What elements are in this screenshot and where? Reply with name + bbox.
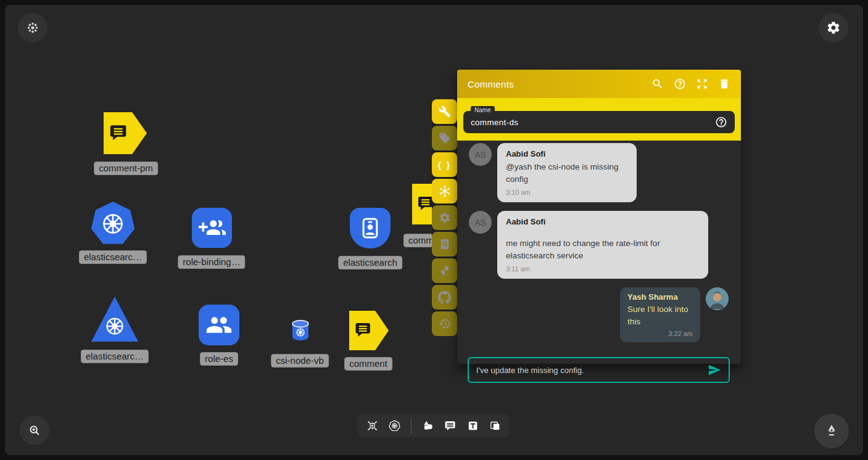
design-components-icon[interactable] [366,419,378,433]
name-field[interactable]: Name [463,111,735,133]
tools-button[interactable] [432,99,457,124]
node-elasticsearch-serviceaccount[interactable] [350,208,391,248]
message-time: 3:22 am [627,330,693,337]
pen-nib-icon [824,423,840,439]
node-label[interactable]: elasticsearc… [81,350,149,363]
group-add-icon [199,215,226,242]
node-label[interactable]: role-es [200,352,238,366]
comments-panel-header: Comments [457,70,741,98]
node-label[interactable]: elasticsearch [338,256,402,269]
zoom-button[interactable] [20,416,49,445]
message-text: me might need to change the rate-limit f… [506,237,700,261]
tag-icon [439,132,451,144]
name-input[interactable] [471,118,715,127]
github-button[interactable] [432,285,457,310]
comment-message: AS Aabid Sofi @yash the csi-node is miss… [469,143,729,202]
storage-cylinder-icon [290,319,311,342]
shield-button[interactable] [432,258,457,283]
spaces-button[interactable] [18,13,48,43]
avatar: AS [469,143,492,166]
comment-composer[interactable] [468,357,730,383]
json-config-button[interactable]: { } [432,152,457,177]
selected-node-config: Name [457,98,741,141]
badge-icon [358,216,382,240]
panel-title: Comments [468,79,642,89]
message-author: Aabid Sofi [506,217,700,226]
message-bubble: Aabid Sofi @yash the csi-node is missing… [497,143,637,202]
text-icon[interactable] [467,419,479,433]
comments-panel: Comments Name AS Aabid Sofi @yash the cs… [457,70,741,364]
avatar-photo [706,287,729,310]
comment-icon [108,123,130,144]
node-label[interactable]: comment [344,357,392,371]
gear-icon [439,212,451,224]
dock-divider [411,419,411,433]
github-icon [438,291,451,304]
comment-icon [353,321,374,340]
message-bubble: Aabid Sofi me might need to change the r… [497,211,708,279]
avatar: AS [469,211,492,234]
history-button[interactable] [432,311,457,336]
node-label[interactable]: elasticsearc… [79,250,147,264]
comment-message: Yash Sharma Sure I'll look into this 3:2… [469,287,729,342]
send-icon[interactable] [708,363,721,377]
kubernetes-icon[interactable] [389,419,400,433]
fullscreen-icon[interactable] [696,78,708,90]
message-text: Sure I'll look into this [627,303,693,327]
comment-icon[interactable] [444,419,456,433]
message-author: Yash Sharma [627,292,693,302]
zoom-in-icon [28,424,41,437]
shape-dock [358,414,510,437]
settings-gear-icon [826,20,841,35]
wrench-icon [439,105,451,118]
spaces-flower-icon [26,21,39,35]
trash-icon[interactable] [718,78,730,90]
group-icon [205,311,233,339]
settings-button[interactable] [432,205,457,230]
shapes-icon[interactable] [422,419,434,433]
mesh-hub-button[interactable] [432,179,457,203]
node-role-binding[interactable] [192,208,232,248]
mesh-hub-icon [438,184,452,198]
help-icon[interactable] [715,116,727,128]
person-photo-icon [706,287,729,310]
node-action-toolbar: { } [432,99,457,336]
settings-button[interactable] [819,13,848,43]
doc-scan-button[interactable] [432,232,457,257]
message-text: @yash the csi-node is missing config [506,161,628,185]
kubernetes-wheel-icon [100,211,126,237]
message-time: 3:10 am [506,189,628,196]
comment-input[interactable] [476,366,708,375]
node-label[interactable]: csi-node-vb [271,354,329,368]
message-author: Aabid Sofi [506,149,628,158]
message-time: 3:11 am [506,265,700,273]
node-csi-node-vb[interactable] [290,319,311,342]
message-bubble: Yash Sharma Sure I'll look into this 3:2… [620,287,700,342]
braces-icon: { } [438,160,452,170]
help-icon[interactable] [674,78,686,90]
image-icon[interactable] [489,419,501,433]
node-label[interactable]: comment-pm [94,162,158,175]
node-role-es[interactable] [199,305,239,345]
window-frame: comment-pm elasticsearc… role-binding… e… [0,0,868,460]
node-label[interactable]: comm [403,234,433,247]
doc-scan-icon [439,238,451,250]
search-icon[interactable] [651,78,664,90]
kubernetes-wheel-icon [104,315,126,337]
comment-message: AS Aabid Sofi me might need to change th… [469,211,729,279]
annotate-button[interactable] [814,414,849,448]
shield-icon [439,265,451,277]
node-label[interactable]: role-binding… [178,255,245,269]
history-icon [439,318,451,330]
name-field-label: Name [471,106,495,114]
comment-thread: AS Aabid Sofi @yash the csi-node is miss… [457,141,741,342]
tag-button[interactable] [432,126,457,150]
